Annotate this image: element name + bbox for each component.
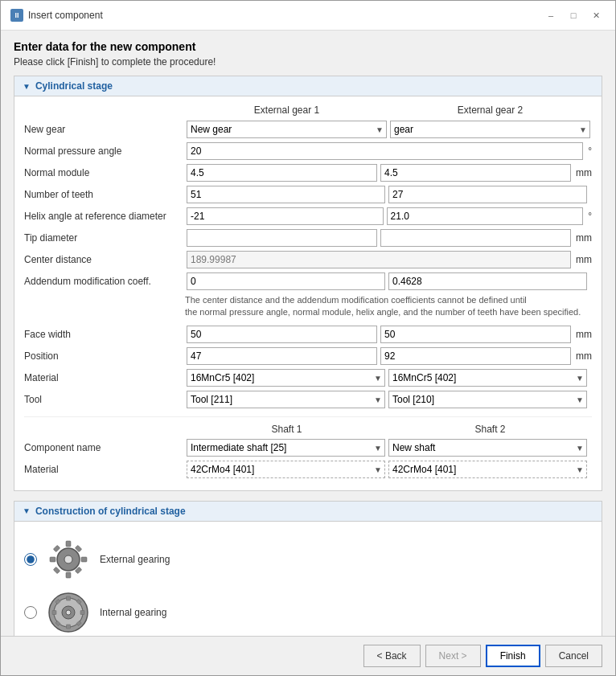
component-name-row: Component name Intermediate shaft [25] ▼	[24, 439, 592, 457]
svg-rect-2	[66, 541, 71, 547]
teeth-label: Number of teeth	[24, 189, 185, 200]
tip-diameter-col2-input[interactable]	[380, 229, 571, 247]
new-gear-col2-select[interactable]: gear	[390, 121, 590, 138]
next-button[interactable]: Next >	[425, 645, 481, 667]
internal-gearing-item[interactable]: Internal gearing	[24, 591, 592, 634]
teeth-col1-input[interactable]	[187, 186, 385, 203]
center-distance-unit: mm	[573, 254, 592, 265]
external-gearing-item[interactable]: External gearing	[24, 538, 592, 581]
svg-point-13	[66, 610, 71, 615]
normal-module-col1-input[interactable]	[187, 164, 377, 182]
normal-module-col2-input[interactable]	[380, 164, 571, 182]
pressure-angle-input[interactable]	[187, 142, 583, 160]
back-button[interactable]: < Back	[363, 645, 421, 667]
center-distance-input[interactable]	[187, 251, 571, 268]
tip-diameter-col2-cell	[379, 229, 573, 247]
material-col1-cell: 16MnCr5 [402] ▼	[185, 369, 387, 387]
component-name-col1-select[interactable]: Intermediate shaft [25]	[187, 439, 385, 457]
material-label: Material	[24, 372, 185, 383]
center-distance-input-cell	[185, 251, 573, 268]
minimize-button[interactable]: –	[541, 7, 561, 23]
svg-rect-6	[53, 545, 60, 551]
position-col2-cell	[379, 347, 573, 365]
shaft-material-col1-select-wrap: 42CrMo4 [401] ▼	[187, 461, 385, 478]
internal-gearing-radio[interactable]	[24, 606, 37, 619]
pressure-angle-input-cell	[185, 142, 585, 160]
header-section: Enter data for the new component Please …	[14, 40, 602, 68]
material-col2-select[interactable]: 16MnCr5 [402]	[388, 369, 587, 387]
position-col1-input[interactable]	[187, 347, 377, 365]
helix-angle-col1-input[interactable]	[187, 207, 384, 225]
component-name-label: Component name	[24, 442, 185, 453]
face-width-label: Face width	[24, 329, 185, 340]
material-row: Material 16MnCr5 [402] ▼ 16MnCr5 [402	[24, 369, 592, 387]
face-width-col1-input[interactable]	[187, 326, 377, 343]
construction-panel: ▼ Construction of cylindrical stage	[14, 501, 602, 636]
cylindrical-stage-header[interactable]: ▼ Cylindrical stage	[14, 76, 602, 96]
construction-collapse-icon: ▼	[23, 506, 31, 515]
tool-col2-select[interactable]: Tool [210]	[388, 391, 587, 408]
external-gearing-radio[interactable]	[24, 553, 37, 566]
face-width-col2-cell	[379, 326, 573, 343]
normal-module-label: Normal module	[24, 167, 185, 178]
svg-rect-14	[67, 596, 71, 600]
tool-col1-cell: Tool [211] ▼	[185, 391, 387, 408]
teeth-col1-cell	[185, 186, 387, 203]
finish-button[interactable]: Finish	[486, 645, 540, 667]
shaft-material-col1-cell: 42CrMo4 [401] ▼	[185, 461, 387, 478]
external-gear-icon	[47, 538, 90, 581]
col-header-gear2: External gear 2	[388, 104, 592, 116]
title-bar: II Insert component – □ ✕	[1, 1, 615, 31]
cancel-button[interactable]: Cancel	[545, 645, 602, 667]
face-width-col2-input[interactable]	[380, 326, 571, 343]
tip-diameter-col1-input[interactable]	[187, 229, 377, 247]
shaft-material-col1-select[interactable]: 42CrMo4 [401]	[187, 461, 385, 478]
shaft2-header: Shaft 2	[388, 424, 592, 435]
shaft-material-col2-select[interactable]: 42CrMo4 [401]	[388, 461, 587, 478]
new-gear-col1-select[interactable]: New gear	[187, 121, 387, 138]
face-width-unit: mm	[573, 329, 592, 340]
tool-label: Tool	[24, 394, 185, 405]
shaft-material-label: Material	[24, 464, 185, 475]
teeth-row: Number of teeth	[24, 186, 592, 203]
window-title: Insert component	[28, 10, 103, 21]
col-header-gear1: External gear 1	[185, 104, 388, 116]
footer-bar: < Back Next > Finish Cancel	[1, 636, 615, 675]
position-col2-input[interactable]	[380, 347, 571, 365]
position-col1-cell	[185, 347, 379, 365]
addendum-label: Addendum modification coeff.	[24, 276, 185, 287]
svg-rect-15	[67, 625, 71, 629]
new-gear-label: New gear	[24, 124, 185, 135]
helix-angle-col2-input[interactable]	[387, 207, 584, 225]
external-gearing-label: External gearing	[100, 554, 170, 565]
tool-row: Tool Tool [211] ▼ Tool [210]	[24, 391, 592, 408]
svg-rect-16	[52, 610, 56, 614]
teeth-col2-input[interactable]	[388, 186, 587, 203]
maximize-button[interactable]: □	[564, 7, 583, 23]
construction-header[interactable]: ▼ Construction of cylindrical stage	[14, 502, 602, 522]
svg-rect-17	[80, 610, 84, 614]
addendum-row: Addendum modification coeff.	[24, 272, 592, 290]
content-area: Enter data for the new component Please …	[1, 31, 615, 636]
helix-angle-col1-cell	[185, 207, 385, 225]
component-name-col2-select[interactable]: New shaft	[388, 439, 587, 457]
helix-angle-unit: °	[585, 211, 592, 222]
component-name-col1-select-wrap: Intermediate shaft [25] ▼	[187, 439, 385, 457]
material-col1-select[interactable]: 16MnCr5 [402]	[187, 369, 385, 387]
position-row: Position mm	[24, 347, 592, 365]
tool-col1-select[interactable]: Tool [211]	[187, 391, 385, 408]
svg-rect-5	[81, 557, 87, 562]
face-width-row: Face width mm	[24, 326, 592, 343]
pressure-angle-row: Normal pressure angle °	[24, 142, 592, 160]
addendum-col1-input[interactable]	[187, 272, 385, 290]
gear-column-headers: External gear 1 External gear 2	[24, 104, 592, 116]
svg-rect-8	[53, 567, 60, 573]
close-button[interactable]: ✕	[586, 7, 606, 23]
material-col2-select-wrap: 16MnCr5 [402] ▼	[388, 369, 587, 387]
page-title: Enter data for the new component	[14, 40, 602, 53]
pressure-angle-unit: °	[585, 145, 592, 157]
tool-col2-cell: Tool [210] ▼	[387, 391, 589, 408]
title-controls: – □ ✕	[541, 7, 606, 23]
shaft-material-col2-select-wrap: 42CrMo4 [401] ▼	[388, 461, 587, 478]
addendum-col2-input[interactable]	[388, 272, 587, 290]
